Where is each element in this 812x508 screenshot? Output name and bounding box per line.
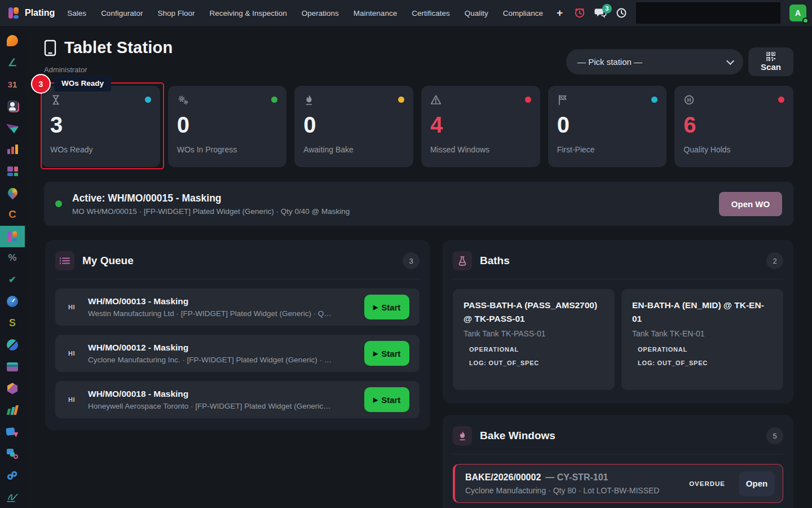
- sidebar-app-attendance[interactable]: [0, 291, 25, 313]
- queue-title: My Queue: [82, 255, 134, 267]
- start-button[interactable]: ▶Start: [364, 341, 409, 366]
- sidebar-app-dashboards[interactable]: [0, 160, 25, 182]
- bath-title: PASS-BATH-A (PASS_AMS2700) @ TK-PASS-01: [464, 299, 604, 326]
- sidebar-app-inventory[interactable]: [0, 378, 25, 400]
- avatar-initial: A: [795, 8, 801, 17]
- online-status-dot: [802, 17, 809, 24]
- sidebar-app-loyalty[interactable]: C: [0, 204, 25, 226]
- kpi-wos-in-progress[interactable]: 0 WOs In Progress: [168, 86, 287, 167]
- priority-badge: HI: [55, 396, 88, 403]
- active-wo-banner: Active: WH/MO/00015 - Masking MO WH/MO/0…: [44, 182, 793, 226]
- menu-maintenance[interactable]: Maintenance: [354, 9, 397, 17]
- station-picker-value: — Pick station —: [577, 57, 642, 67]
- priority-badge: HI: [55, 304, 88, 310]
- menu-quality[interactable]: Quality: [465, 9, 488, 17]
- start-button[interactable]: ▶Start: [364, 387, 409, 412]
- bath-tank: Tank Tank TK-EN-01: [632, 329, 773, 338]
- sidebar-app-planning[interactable]: [0, 334, 25, 356]
- chat-count-badge: 3: [602, 4, 612, 14]
- queue-item[interactable]: HI WH/MO/00018 - Masking Honeywell Aeros…: [55, 381, 420, 418]
- station-picker[interactable]: — Pick station —: [566, 49, 743, 75]
- queue-icon-box: [55, 251, 74, 270]
- calendar-icon: 31: [8, 80, 17, 89]
- kpi-first-piece[interactable]: 0 First-Piece: [548, 86, 667, 167]
- user-avatar[interactable]: A: [789, 5, 806, 21]
- sidebar-app-quality[interactable]: [0, 443, 25, 465]
- sidebar-app-graphs[interactable]: [0, 139, 25, 161]
- crm-icon: [6, 122, 19, 133]
- start-label: Start: [381, 303, 400, 312]
- annotation-label: WOs Ready: [54, 75, 111, 91]
- menu-sales[interactable]: Sales: [67, 9, 86, 17]
- topbar-search-area[interactable]: [636, 2, 780, 24]
- sidebar-app-maps[interactable]: [0, 182, 25, 204]
- open-wo-button[interactable]: Open WO: [719, 192, 782, 216]
- status-dot: [778, 97, 784, 103]
- queue-item[interactable]: HI WH/MO/00013 - Masking Westin Manufact…: [55, 288, 420, 326]
- bath-status: OPERATIONAL: [464, 346, 604, 353]
- bath-card[interactable]: PASS-BATH-A (PASS_AMS2700) @ TK-PASS-01 …: [453, 289, 615, 390]
- menu-shop-floor[interactable]: Shop Floor: [157, 9, 195, 17]
- bath-status: OPERATIONAL: [632, 346, 773, 353]
- qr-code-icon: [766, 52, 775, 61]
- dashboard-icon: [7, 167, 18, 176]
- sidebar-app-crm[interactable]: [0, 117, 25, 139]
- kpi-missed-windows[interactable]: 4 Missed Windows: [421, 86, 540, 167]
- queue-item-title: WH/MO/00018 - Masking: [88, 389, 358, 399]
- bake-part: — CY-STR-101: [545, 472, 608, 482]
- sidebar-app-contacts[interactable]: [0, 95, 25, 117]
- chevron-down-icon: [726, 56, 734, 64]
- queue-item[interactable]: HI WH/MO/00012 - Masking Cyclone Manufac…: [55, 335, 420, 372]
- kpi-label: WOs In Progress: [177, 145, 278, 154]
- sidebar-app-surveys[interactable]: S: [0, 313, 25, 335]
- discuss-icon: [7, 35, 18, 46]
- bath-card[interactable]: EN-BATH-A (EN_MID) @ TK-EN-01 Tank Tank …: [621, 289, 783, 390]
- app-switcher[interactable]: Plating: [0, 6, 63, 20]
- sidebar-app-payroll[interactable]: [0, 356, 25, 378]
- sidebar-app-maintenance[interactable]: [0, 465, 25, 487]
- list-icon: [59, 256, 70, 266]
- start-button[interactable]: ▶Start: [364, 295, 409, 319]
- sidebar-app-todo[interactable]: ✔: [0, 269, 25, 291]
- discuss-messages[interactable]: 3: [594, 8, 607, 19]
- bake-title: Bake Windows: [480, 430, 555, 442]
- scan-button[interactable]: Scan: [748, 47, 793, 76]
- bath-title: EN-BATH-A (EN_MID) @ TK-EN-01: [632, 299, 773, 326]
- recent-clock-icon[interactable]: [616, 7, 627, 19]
- sidebar-app-knowledge[interactable]: ∠: [0, 52, 25, 74]
- sidebar-app-discuss[interactable]: [0, 30, 25, 52]
- status-dot: [651, 97, 657, 103]
- plating-app-icon: [6, 230, 19, 243]
- menu-configurator[interactable]: Configurator: [101, 9, 143, 17]
- menu-receiving-inspection[interactable]: Receiving & Inspection: [209, 9, 286, 17]
- queue-item-subtitle: Westin Manufacturing Ltd · [FP-WIDGET] P…: [88, 309, 358, 318]
- sphere-icon: [7, 339, 18, 351]
- bake-count-badge: 5: [766, 427, 783, 444]
- queue-item-title: WH/MO/00012 - Masking: [88, 343, 358, 353]
- kpi-quality-holds[interactable]: 6 Quality Holds: [674, 86, 793, 167]
- kpi-awaiting-bake[interactable]: 0 Awaiting Bake: [294, 86, 413, 167]
- menu-compliance[interactable]: Compliance: [503, 9, 543, 17]
- sidebar-app-accounting[interactable]: [0, 400, 25, 422]
- sidebar-app-discounts[interactable]: %: [0, 247, 25, 269]
- plus-icon[interactable]: +: [557, 7, 563, 19]
- menu-operations[interactable]: Operations: [302, 9, 339, 17]
- sidebar-app-calendar[interactable]: 31: [0, 73, 25, 95]
- page-title: Tablet Station: [64, 38, 173, 57]
- activities-clock-icon[interactable]: [574, 7, 585, 19]
- menu-certificates[interactable]: Certificates: [412, 9, 450, 17]
- open-bake-button[interactable]: Open: [739, 471, 775, 496]
- kpi-label: WOs Ready: [50, 145, 151, 154]
- bath-log: LOG: OUT_OF_SPEC: [632, 360, 773, 366]
- bake-ref: BAKE/2026/00002: [465, 472, 541, 482]
- kpi-wos-ready[interactable]: 3 WOs Ready: [41, 86, 160, 167]
- sidebar-app-plating-active[interactable]: [0, 226, 25, 248]
- percent-icon: %: [8, 252, 16, 264]
- bake-window-item[interactable]: BAKE/2026/00002— CY-STR-101 Cyclone Manu…: [453, 464, 783, 503]
- baths-panel: Baths 2 PASS-BATH-A (PASS_AMS2700) @ TK-…: [443, 240, 793, 404]
- kpi-value: 3: [50, 113, 151, 136]
- signature-icon: [6, 492, 19, 503]
- sidebar-app-sign[interactable]: [0, 487, 25, 508]
- bar-chart-icon: [7, 144, 18, 154]
- sidebar-app-studio[interactable]: [0, 421, 25, 443]
